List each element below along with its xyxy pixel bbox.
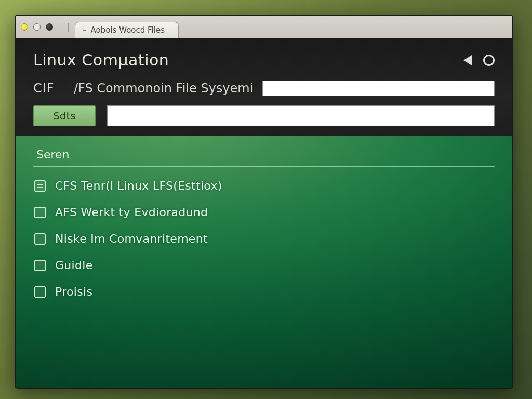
- checkbox-icon[interactable]: [34, 260, 46, 271]
- checkbox-icon[interactable]: [34, 286, 46, 298]
- action-button[interactable]: Sdts: [33, 105, 96, 126]
- window-control-maximize[interactable]: [33, 23, 41, 31]
- checkbox-icon[interactable]: [34, 207, 46, 218]
- action-button-label: Sdts: [53, 110, 76, 122]
- checkbox-icon[interactable]: [34, 233, 46, 245]
- page-title: Linux Comµation: [33, 51, 169, 69]
- back-icon[interactable]: [463, 55, 472, 65]
- list-item[interactable]: Proisis: [33, 283, 495, 300]
- subtitle-abbr: CIF: [33, 81, 64, 96]
- search-input[interactable]: [107, 105, 495, 126]
- subtitle-text: /FS Commonoin File Sysyemi: [74, 81, 253, 96]
- app-window: | – Aobois Woocd Files Linux Comµation C…: [15, 15, 513, 389]
- list-item-label: AFS Werkt ty Evdioradund: [55, 206, 208, 219]
- path-input[interactable]: [262, 81, 495, 96]
- window-control-close[interactable]: [46, 23, 53, 31]
- list-item-label: Proisis: [55, 285, 92, 298]
- document-icon: [34, 180, 46, 192]
- item-list: CFS Tenr(l Linux LFS(Esttiox) AFS Werkt …: [33, 174, 495, 300]
- list-item-label: CFS Tenr(l Linux LFS(Esttiox): [55, 179, 222, 192]
- tab-favicon: –: [83, 25, 87, 35]
- column-header-label: Seren: [36, 148, 70, 161]
- tab-divider: |: [66, 21, 70, 32]
- list-item-label: Guidle: [55, 259, 93, 272]
- column-header-row[interactable]: Seren: [33, 143, 495, 167]
- content-body: Seren CFS Tenr(l Linux LFS(Esttiox) AFS …: [16, 136, 512, 388]
- tab-strip: | – Aobois Woocd Files: [16, 16, 512, 38]
- list-item[interactable]: CFS Tenr(l Linux LFS(Esttiox): [33, 177, 495, 194]
- browser-tab[interactable]: – Aobois Woocd Files: [75, 22, 179, 38]
- page-header: Linux Comµation CIF /FS Commonoin File S…: [16, 38, 512, 136]
- list-item[interactable]: Niske Im Comvanritement: [33, 230, 495, 247]
- settings-icon[interactable]: [483, 55, 495, 66]
- list-item[interactable]: Guidle: [33, 257, 495, 274]
- tab-label: Aobois Woocd Files: [91, 25, 165, 35]
- list-item-label: Niske Im Comvanritement: [55, 232, 208, 245]
- window-control-minimize[interactable]: [21, 23, 28, 31]
- list-item[interactable]: AFS Werkt ty Evdioradund: [33, 204, 495, 221]
